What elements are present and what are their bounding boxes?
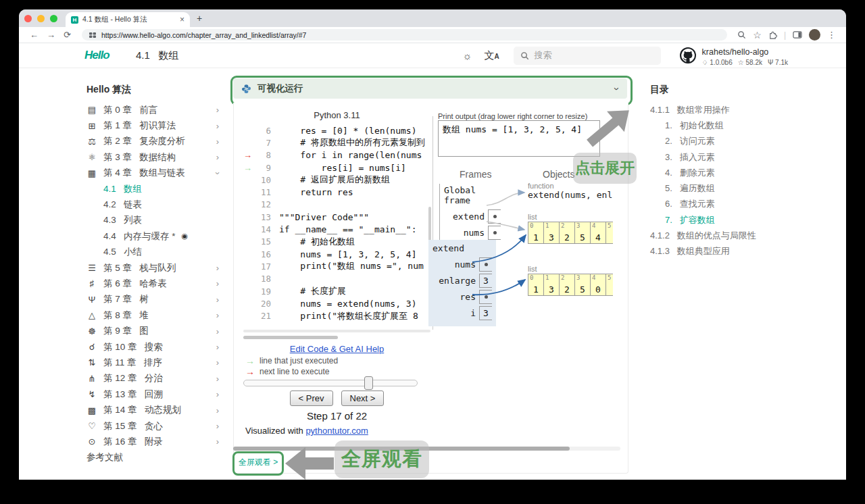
github-repo-link[interactable]: krahets/hello-algo ♢ 1.0.0b6 ☆ 58.2k Ψ 7… <box>680 45 788 66</box>
step-slider[interactable] <box>243 380 418 386</box>
toc-item[interactable]: 4.1.2 数组的优点与局限性 <box>650 228 839 243</box>
chevron-icon[interactable]: › <box>216 121 219 131</box>
fullscreen-link[interactable]: 全屏观看 > <box>239 457 278 468</box>
chevron-icon[interactable]: › <box>216 326 219 336</box>
chevron-icon[interactable]: › <box>216 310 219 320</box>
sidebar-item-label[interactable]: 第 4 章 数组与链表 <box>103 167 210 179</box>
sidebar-chapter[interactable]: ⋔第 12 章 分治› <box>86 371 222 386</box>
toc-item[interactable]: 4. 删除元素 <box>650 165 839 180</box>
sidebar-chapter[interactable]: ☸第 9 章 图› <box>86 323 222 338</box>
site-info-icon[interactable] <box>89 31 97 39</box>
chevron-icon[interactable]: › <box>212 172 222 174</box>
sidebar-item-label[interactable]: 第 12 章 分治 <box>103 372 210 384</box>
toc-item-label[interactable]: 2. 访问元素 <box>665 135 715 147</box>
sidebar-chapter[interactable]: ♯第 6 章 哈希表› <box>86 276 222 291</box>
profile-avatar[interactable] <box>809 29 820 41</box>
toc-item[interactable]: 5. 遍历数组 <box>650 180 839 196</box>
toc-item-label[interactable]: 6. 查找元素 <box>665 198 715 210</box>
sidebar-subchapter[interactable]: 4.1 数组 <box>86 181 222 197</box>
extensions-icon[interactable] <box>768 30 777 39</box>
url-bar[interactable]: https://www.hello-algo.com/chapter_array… <box>82 29 727 41</box>
sidebar-item-label[interactable]: 第 13 章 回溯 <box>103 388 210 401</box>
tab-close-icon[interactable]: × <box>180 15 184 24</box>
toc-item[interactable]: 7. 扩容数组 <box>650 212 839 228</box>
prev-button[interactable]: < Prev <box>290 390 333 406</box>
toc-item[interactable]: 1. 初始化数组 <box>650 118 839 133</box>
search-input[interactable]: 搜索 <box>514 47 661 65</box>
close-window-button[interactable] <box>24 15 32 22</box>
chevron-icon[interactable]: › <box>216 152 219 162</box>
sidebar-subitem-label[interactable]: 4.2 链表 <box>103 199 222 211</box>
chevron-icon[interactable]: › <box>216 389 219 399</box>
sidebar-subchapter[interactable]: 4.4 内存与缓存 *◉ <box>86 228 222 244</box>
sidebar-chapter[interactable]: ⇅第 11 章 排序› <box>86 355 222 370</box>
chevron-icon[interactable]: › <box>216 421 219 431</box>
back-icon[interactable]: ← <box>30 30 39 40</box>
translate-icon[interactable]: 文A <box>484 49 499 62</box>
sidebar-chapter[interactable]: ♡第 15 章 贪心› <box>86 418 222 434</box>
toc-item-label[interactable]: 4. 删除元素 <box>665 167 715 179</box>
browser-tab[interactable]: H 4.1 数组 - Hello 算法 × <box>66 12 190 27</box>
sidebar-item-label[interactable]: 第 6 章 哈希表 <box>103 278 210 290</box>
sidebar-chapter[interactable]: ▤第 0 章 前言› <box>86 102 222 118</box>
theme-toggle-icon[interactable]: ☼ <box>463 50 472 61</box>
sidebar-item-label[interactable]: 第 16 章 附录 <box>103 436 210 448</box>
chevron-icon[interactable]: › <box>216 405 219 415</box>
toc-item[interactable]: 6. 查找元素 <box>650 197 839 212</box>
toc-item-label[interactable]: 4.1.3 数组典型应用 <box>650 245 730 257</box>
sidebar-item-label[interactable]: 第 1 章 初识算法 <box>103 120 210 132</box>
chevron-icon[interactable]: › <box>216 136 219 147</box>
code-horizontal-scrollbar[interactable] <box>243 336 338 339</box>
chevron-icon[interactable]: › <box>216 342 219 352</box>
sidebar-item-label[interactable]: 第 0 章 前言 <box>103 104 210 116</box>
side-panel-icon[interactable] <box>793 30 802 39</box>
toc-item-label[interactable]: 4.1.2 数组的优点与局限性 <box>650 230 756 242</box>
sidebar-item-label[interactable]: 第 5 章 栈与队列 <box>103 262 210 274</box>
pythontutor-link[interactable]: pythontutor.com <box>305 426 368 436</box>
sidebar-subitem-label[interactable]: 4.3 列表 <box>103 214 222 226</box>
url-text[interactable]: https://www.hello-algo.com/chapter_array… <box>101 31 307 39</box>
toc-item-label[interactable]: 4.1.1 数组常用操作 <box>650 104 730 116</box>
sidebar-chapter[interactable]: ☰第 5 章 栈与队列› <box>86 260 222 276</box>
chevron-icon[interactable]: › <box>216 105 219 115</box>
toc-item-label[interactable]: 7. 扩容数组 <box>665 214 715 226</box>
chevron-down-icon[interactable]: › <box>612 87 623 91</box>
toc-item[interactable]: 4.1.1 数组常用操作 <box>650 102 839 118</box>
sidebar-footer-label[interactable]: 参考文献 <box>86 451 222 463</box>
sidebar-item-label[interactable]: 第 9 章 图 <box>103 325 210 337</box>
sidebar-subchapter[interactable]: 4.2 链表 <box>86 197 222 212</box>
chevron-icon[interactable]: › <box>216 357 219 368</box>
toc-item-label[interactable]: 1. 初始化数组 <box>665 120 724 132</box>
zoom-icon[interactable] <box>737 30 746 39</box>
sidebar-chapter[interactable]: Ψ第 7 章 树› <box>86 292 222 307</box>
edit-code-link[interactable]: Edit Code & Get AI Help <box>243 344 430 354</box>
sidebar-subitem-label[interactable]: 4.1 数组 <box>103 183 222 195</box>
toc-item[interactable]: 3. 插入元素 <box>650 149 839 165</box>
chevron-icon[interactable]: › <box>216 295 219 305</box>
bookmark-star-icon[interactable]: ☆ <box>753 30 762 41</box>
reload-icon[interactable]: ⟳ <box>64 30 71 40</box>
sidebar-chapter[interactable]: △第 8 章 堆› <box>86 307 222 323</box>
sidebar-chapter[interactable]: ↯第 13 章 回溯› <box>86 386 222 402</box>
chevron-icon[interactable]: › <box>216 436 219 447</box>
minimize-window-button[interactable] <box>37 15 45 22</box>
toc-item[interactable]: 2. 访问元素 <box>650 134 839 149</box>
sidebar-item-label[interactable]: 第 11 章 排序 <box>103 357 210 369</box>
maximize-window-button[interactable] <box>50 15 57 22</box>
sidebar-item-label[interactable]: 第 8 章 堆 <box>103 309 210 322</box>
sidebar-chapter[interactable]: ☌第 10 章 搜索› <box>86 339 222 355</box>
sidebar-chapter[interactable]: ⊙第 16 章 附录› <box>86 434 222 449</box>
sidebar-subitem-label[interactable]: 4.5 小结 <box>103 246 222 258</box>
sidebar-item-label[interactable]: 第 2 章 复杂度分析 <box>103 135 210 147</box>
chevron-icon[interactable]: › <box>216 374 219 384</box>
sidebar-subitem-label[interactable]: 4.4 内存与缓存 * <box>103 230 176 243</box>
toc-item-label[interactable]: 3. 插入元素 <box>665 151 715 163</box>
visual-run-summary[interactable]: 可视化运行 › <box>233 78 627 99</box>
new-tab-button[interactable]: + <box>197 13 202 24</box>
next-button[interactable]: Next > <box>341 390 385 406</box>
chevron-icon[interactable]: › <box>216 263 219 273</box>
site-logo[interactable]: Hello <box>84 49 125 62</box>
sidebar-chapter[interactable]: ⚖第 2 章 复杂度分析› <box>86 134 222 149</box>
chevron-icon[interactable]: › <box>216 278 219 288</box>
sidebar-item-label[interactable]: 第 7 章 树 <box>103 293 210 305</box>
